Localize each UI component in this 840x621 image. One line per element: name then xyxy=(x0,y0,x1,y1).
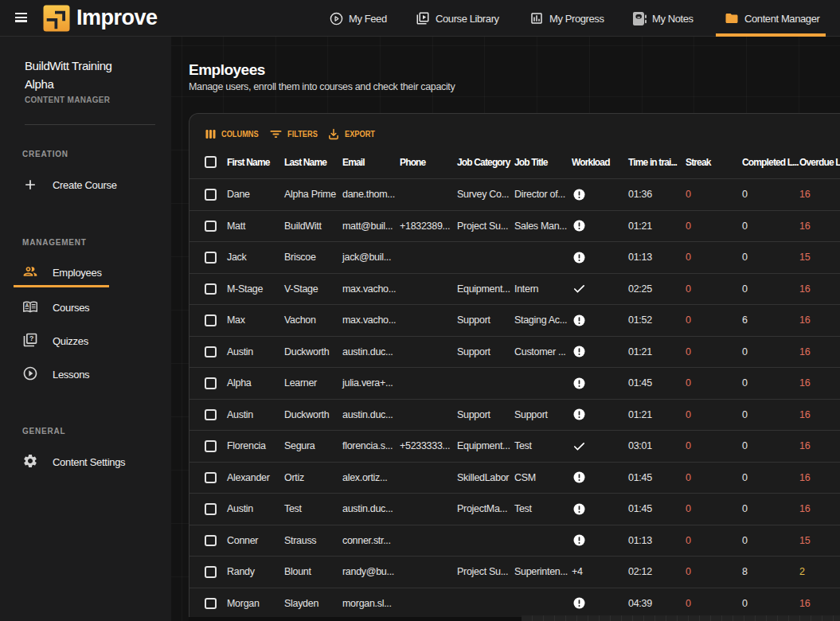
svg-text:?: ? xyxy=(29,334,33,342)
svg-text:A: A xyxy=(25,303,29,308)
